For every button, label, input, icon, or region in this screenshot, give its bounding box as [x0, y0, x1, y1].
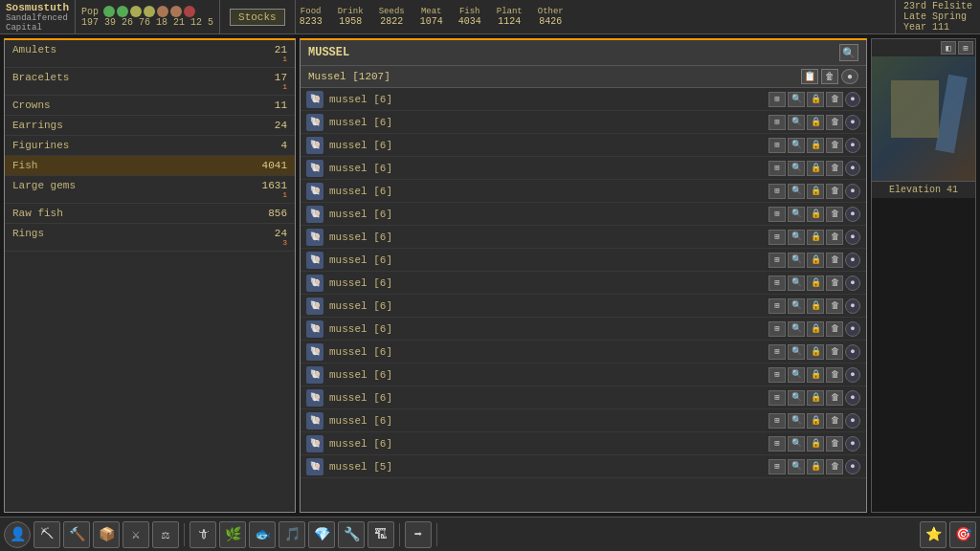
eye-btn[interactable]: ● — [845, 413, 860, 429]
star-btn[interactable]: ⭐ — [920, 521, 947, 548]
lock-btn[interactable]: 🔒 — [807, 92, 824, 107]
expand-btn[interactable]: ⊞ — [768, 230, 786, 245]
trash-btn[interactable]: 🗑 — [826, 230, 843, 245]
expand-btn[interactable]: ⊞ — [768, 207, 786, 222]
list-item[interactable]: 🐚 mussel [6] ⊞ 🔍 🔒 🗑 ● — [301, 111, 866, 134]
trash-btn[interactable]: 🗑 — [826, 436, 843, 452]
search-btn[interactable]: 🔍 — [788, 436, 805, 452]
trash-btn[interactable]: 🗑 — [826, 413, 843, 429]
lock-btn[interactable]: 🔒 — [807, 413, 824, 429]
expand-btn[interactable]: ⊞ — [768, 459, 786, 474]
trash-btn[interactable]: 🗑 — [826, 253, 843, 268]
category-rings[interactable]: Rings 24 3 — [5, 224, 295, 252]
trash-btn[interactable]: 🗑 — [826, 207, 843, 222]
list-item[interactable]: 🐚 mussel [6] ⊞ 🔍 🔒 🗑 ● — [301, 249, 866, 272]
lock-btn[interactable]: 🔒 — [807, 276, 824, 291]
trash-btn[interactable]: 🗑 — [826, 298, 843, 314]
list-item[interactable]: 🐚 mussel [5] ⊞ 🔍 🔒 🗑 ● — [301, 455, 866, 478]
expand-btn[interactable]: ⊞ — [768, 161, 786, 176]
search-btn[interactable]: 🔍 — [788, 276, 805, 291]
dwarf-icon-btn[interactable]: 👤 — [4, 521, 31, 548]
expand-btn[interactable]: ⊞ — [768, 138, 786, 153]
search-btn[interactable]: 🔍 — [788, 390, 805, 406]
trash-btn[interactable]: 🗑 — [826, 161, 843, 176]
trash-btn[interactable]: 🗑 — [826, 92, 843, 107]
eye-btn[interactable]: ● — [845, 184, 860, 199]
eye-btn[interactable]: ● — [845, 161, 860, 176]
search-btn[interactable]: 🔍 — [788, 413, 805, 429]
list-item[interactable]: 🐚 mussel [6] ⊞ 🔍 🔒 🗑 ● — [301, 226, 866, 249]
lock-btn[interactable]: 🔒 — [807, 115, 824, 130]
trash-btn[interactable]: 🗑 — [826, 115, 843, 130]
search-btn[interactable]: 🔍 — [788, 459, 805, 474]
trash-btn[interactable]: 🗑 — [826, 367, 843, 383]
pickaxe-btn[interactable]: ⛏ — [33, 521, 60, 548]
lock-btn[interactable]: 🔒 — [807, 390, 824, 406]
stocks-button[interactable]: Stocks — [230, 9, 285, 26]
expand-btn[interactable]: ⊞ — [768, 92, 786, 107]
category-figurines[interactable]: Figurines 4 — [5, 136, 295, 156]
hammer-btn[interactable]: 🔨 — [63, 521, 90, 548]
trash-btn[interactable]: 🗑 — [826, 344, 843, 360]
eye-btn[interactable]: ● — [845, 436, 860, 452]
lock-btn[interactable]: 🔒 — [807, 436, 824, 452]
list-item[interactable]: 🐚 mussel [6] ⊞ 🔍 🔒 🗑 ● — [301, 157, 866, 180]
trash-btn[interactable]: 🗑 — [826, 184, 843, 199]
eye-btn[interactable]: ● — [845, 276, 860, 291]
map-btn1[interactable]: ◧ — [941, 41, 956, 55]
sword-btn[interactable]: ⚔ — [122, 521, 149, 548]
search-btn[interactable]: 🔍 — [788, 367, 805, 383]
search-btn[interactable]: 🔍 — [788, 321, 805, 337]
list-item[interactable]: 🐚 mussel [6] ⊞ 🔍 🔒 🗑 ● — [301, 364, 866, 386]
category-earrings[interactable]: Earrings 24 — [5, 116, 295, 136]
eye-btn[interactable]: ● — [845, 321, 860, 337]
list-item[interactable]: 🐚 mussel [6] ⊞ 🔍 🔒 🗑 ● — [301, 341, 866, 364]
search-btn[interactable]: 🔍 — [788, 298, 805, 314]
list-item[interactable]: 🐚 mussel [6] ⊞ 🔍 🔒 🗑 ● — [301, 409, 866, 432]
search-btn[interactable]: 🔍 — [788, 161, 805, 176]
expand-btn[interactable]: ⊞ — [768, 184, 786, 199]
eye-icon-btn[interactable]: ● — [841, 69, 858, 84]
search-btn[interactable]: 🔍 — [788, 138, 805, 153]
eye-btn[interactable]: ● — [845, 390, 860, 406]
trash-btn[interactable]: 🗑 — [826, 321, 843, 337]
list-item[interactable]: 🐚 mussel [6] ⊞ 🔍 🔒 🗑 ● — [301, 318, 866, 341]
list-item[interactable]: 🐚 mussel [6] ⊞ 🔍 🔒 🗑 ● — [301, 386, 866, 409]
eye-btn[interactable]: ● — [845, 230, 860, 245]
eye-btn[interactable]: ● — [845, 459, 860, 474]
category-amulets[interactable]: Amulets 21 1 — [5, 40, 295, 68]
list-item[interactable]: 🐚 mussel [6] ⊞ 🔍 🔒 🗑 ● — [301, 134, 866, 157]
eye-btn[interactable]: ● — [845, 344, 860, 360]
scales-btn[interactable]: ⚖ — [152, 521, 179, 548]
lock-btn[interactable]: 🔒 — [807, 459, 824, 474]
eye-btn[interactable]: ● — [845, 92, 860, 107]
search-btn[interactable]: 🔍 — [788, 207, 805, 222]
stocks-section[interactable]: Stocks — [220, 0, 296, 33]
expand-btn[interactable]: ⊞ — [768, 390, 786, 406]
expand-btn[interactable]: ⊞ — [768, 276, 786, 291]
eye-btn[interactable]: ● — [845, 253, 860, 268]
target-btn[interactable]: 🎯 — [949, 521, 976, 548]
expand-btn[interactable]: ⊞ — [768, 367, 786, 383]
search-btn[interactable]: 🔍 — [788, 230, 805, 245]
lock-btn[interactable]: 🔒 — [807, 184, 824, 199]
lock-btn[interactable]: 🔒 — [807, 207, 824, 222]
search-btn[interactable]: 🔍 — [788, 253, 805, 268]
trash-btn[interactable]: 🗑 — [826, 138, 843, 153]
search-icon-btn[interactable]: 🔍 — [839, 44, 858, 61]
trash-btn[interactable]: 🗑 — [826, 276, 843, 291]
expand-btn[interactable]: ⊞ — [768, 413, 786, 429]
trash-btn[interactable]: 🗑 — [826, 390, 843, 406]
box-btn[interactable]: 📦 — [93, 521, 120, 548]
lock-btn[interactable]: 🔒 — [807, 321, 824, 337]
expand-btn[interactable]: ⊞ — [768, 344, 786, 360]
expand-btn[interactable]: ⊞ — [768, 436, 786, 452]
category-bracelets[interactable]: Bracelets 17 1 — [5, 68, 295, 96]
eye-btn[interactable]: ● — [845, 207, 860, 222]
lock-btn[interactable]: 🔒 — [807, 138, 824, 153]
expand-btn[interactable]: ⊞ — [768, 253, 786, 268]
search-btn[interactable]: 🔍 — [788, 184, 805, 199]
search-btn[interactable]: 🔍 — [788, 115, 805, 130]
plant-btn[interactable]: 🌿 — [219, 521, 246, 548]
build-btn[interactable]: 🏗 — [368, 521, 394, 548]
